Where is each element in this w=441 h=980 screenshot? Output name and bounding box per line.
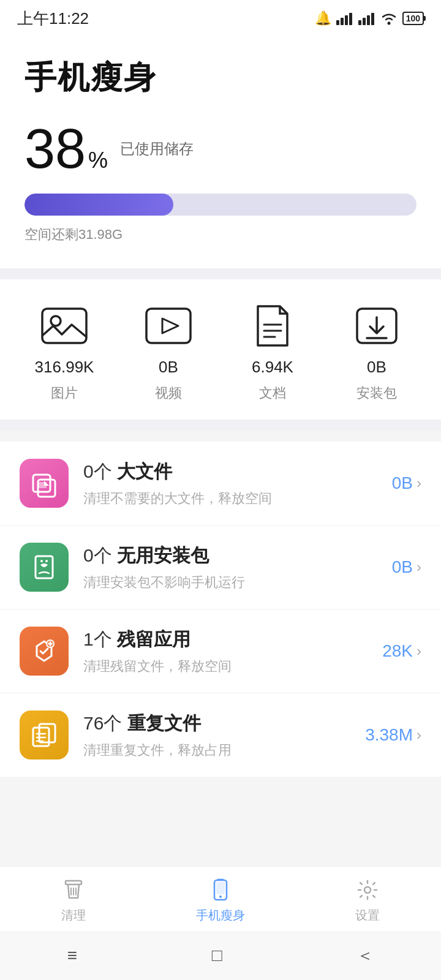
- nav-label-clean: 清理: [61, 907, 86, 924]
- residual-apps-name: 残留应用: [117, 629, 190, 649]
- large-files-chevron: ›: [417, 475, 421, 492]
- svg-marker-19: [44, 481, 49, 486]
- file-type-apk[interactable]: 0B 安装包: [325, 301, 429, 402]
- nav-label-settings: 设置: [355, 907, 380, 924]
- svg-rect-0: [336, 20, 339, 25]
- photos-label: 图片: [51, 384, 78, 402]
- list-section: 0个 大文件 清理不需要的大文件，释放空间 0B › 0个: [0, 442, 441, 777]
- svg-rect-36: [216, 882, 225, 894]
- large-files-right[interactable]: 0B ›: [392, 473, 421, 493]
- storage-progress-bar: [24, 194, 417, 216]
- residual-apps-subtitle: 清理残留文件，释放空间: [83, 657, 382, 676]
- duplicate-files-right[interactable]: 3.38M ›: [365, 725, 421, 745]
- residual-apps-title: 1个 残留应用: [83, 627, 382, 652]
- useless-apk-size: 0B: [392, 557, 413, 577]
- docs-size: 6.94K: [252, 358, 293, 377]
- nav-home-button[interactable]: □: [212, 946, 222, 965]
- percent-number: 38: [24, 121, 86, 176]
- list-item-residual-apps[interactable]: 1个 残留应用 清理残留文件，释放空间 28K ›: [0, 609, 441, 693]
- duplicate-files-name: 重复文件: [127, 713, 201, 733]
- list-item-large-files[interactable]: 0个 大文件 清理不需要的大文件，释放空间 0B ›: [0, 442, 441, 526]
- bottom-nav: 清理 手机瘦身 设置: [0, 866, 441, 931]
- large-files-name: 大文件: [117, 461, 172, 481]
- apk-label: 安装包: [356, 384, 397, 402]
- svg-rect-11: [146, 309, 190, 343]
- duplicate-files-icon: [20, 710, 69, 760]
- clean-icon: [60, 876, 87, 903]
- nav-item-clean[interactable]: 清理: [0, 876, 147, 924]
- svg-rect-5: [363, 18, 366, 25]
- file-type-docs[interactable]: 6.94K 文档: [221, 301, 325, 402]
- doc-icon: [245, 301, 300, 350]
- duplicate-files-size: 3.38M: [365, 725, 413, 745]
- residual-apps-chevron: ›: [417, 643, 421, 660]
- percent-sign: %: [88, 148, 108, 173]
- large-files-count: 0个: [83, 461, 112, 481]
- svg-point-8: [387, 22, 390, 25]
- svg-rect-9: [42, 309, 86, 343]
- signal-icon-2: [358, 12, 375, 25]
- main-card: 手机瘦身 38 % 已使用储存 空间还剩31.98G: [0, 34, 441, 268]
- progress-bar-fill: [24, 194, 173, 216]
- nav-item-settings[interactable]: 设置: [294, 876, 441, 924]
- nav-back-button[interactable]: ＜: [356, 944, 374, 967]
- wifi-icon: [380, 12, 398, 25]
- apk-icon: [349, 301, 404, 350]
- list-item-duplicate-files[interactable]: 76个 重复文件 清理重复文件，释放占用 3.38M ›: [0, 693, 441, 777]
- svg-point-22: [45, 560, 48, 562]
- svg-point-39: [364, 887, 371, 893]
- useless-apk-chevron: ›: [417, 559, 421, 576]
- apk-size: 0B: [367, 358, 386, 377]
- videos-size: 0B: [159, 358, 178, 377]
- nav-menu-button[interactable]: ≡: [67, 946, 77, 965]
- duplicate-files-content: 76个 重复文件 清理重复文件，释放占用: [83, 711, 365, 760]
- residual-apps-count: 1个: [83, 629, 112, 649]
- system-nav: ≡ □ ＜: [0, 931, 441, 980]
- space-remaining: 空间还剩31.98G: [24, 225, 417, 244]
- useless-apk-content: 0个 无用安装包 清理安装包不影响手机运行: [83, 543, 392, 592]
- residual-apps-content: 1个 残留应用 清理残留文件，释放空间: [83, 627, 382, 676]
- app-title: 手机瘦身: [24, 56, 417, 99]
- file-type-photos[interactable]: 316.99K 图片: [12, 301, 116, 402]
- residual-apps-size: 28K: [382, 641, 413, 661]
- status-bar: 上午11:22 🔔 100: [0, 0, 441, 34]
- status-time: 上午11:22: [17, 8, 89, 29]
- percent-label: 已使用储存: [120, 139, 194, 159]
- svg-rect-31: [66, 881, 81, 884]
- video-icon: [141, 301, 196, 350]
- svg-rect-2: [345, 15, 348, 25]
- useless-apk-count: 0个: [83, 545, 112, 565]
- useless-apk-subtitle: 清理安装包不影响手机运行: [83, 573, 392, 592]
- svg-point-37: [219, 895, 222, 898]
- useless-apk-right[interactable]: 0B ›: [392, 557, 421, 577]
- duplicate-files-chevron: ›: [417, 726, 421, 744]
- large-files-title: 0个 大文件: [83, 459, 392, 484]
- nav-item-slim[interactable]: 手机瘦身: [147, 876, 294, 924]
- separator-1: [0, 268, 441, 279]
- file-type-videos[interactable]: 0B 视频: [116, 301, 221, 402]
- battery-level: 100: [406, 13, 420, 23]
- svg-rect-6: [367, 15, 370, 25]
- photo-icon: [37, 301, 92, 350]
- duplicate-files-subtitle: 清理重复文件，释放占用: [83, 741, 365, 760]
- residual-apps-right[interactable]: 28K ›: [382, 641, 421, 661]
- useless-apk-name: 无用安装包: [117, 545, 209, 565]
- svg-rect-4: [358, 20, 361, 25]
- file-types-section: 316.99K 图片 0B 视频: [0, 279, 441, 420]
- useless-apk-icon: [20, 543, 69, 592]
- duplicate-files-count: 76个: [83, 713, 122, 733]
- svg-rect-3: [349, 13, 352, 25]
- large-files-size: 0B: [392, 473, 413, 493]
- svg-rect-1: [341, 18, 344, 25]
- signal-icon-1: [336, 12, 353, 25]
- svg-rect-7: [371, 13, 374, 25]
- large-files-subtitle: 清理不需要的大文件，释放空间: [83, 489, 392, 508]
- file-types-grid: 316.99K 图片 0B 视频: [0, 301, 441, 402]
- svg-point-21: [40, 560, 43, 562]
- separator-2: [0, 420, 441, 431]
- slim-icon: [207, 876, 234, 903]
- storage-percent-row: 38 % 已使用储存: [24, 121, 417, 176]
- list-item-useless-apk[interactable]: 0个 无用安装包 清理安装包不影响手机运行 0B ›: [0, 526, 441, 609]
- photos-size: 316.99K: [35, 358, 94, 377]
- notification-bell-icon: 🔔: [315, 10, 331, 26]
